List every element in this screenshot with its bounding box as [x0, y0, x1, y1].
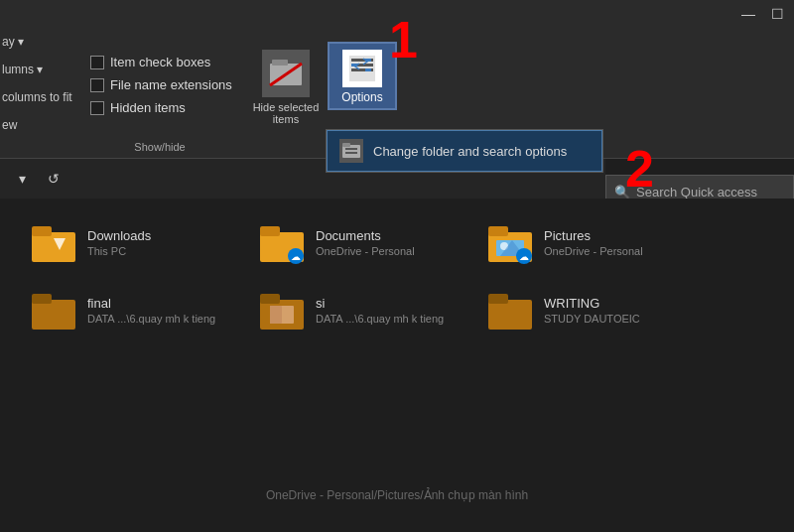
file-sub: DATA ...\6.quay mh k tieng: [87, 313, 215, 325]
file-name: WRITING: [544, 296, 640, 311]
svg-rect-1: [272, 60, 288, 66]
folder-icon-pictures: ☁: [486, 218, 534, 266]
left-label-1: ay ▾: [2, 35, 72, 49]
toolbar-refresh[interactable]: ↺: [42, 167, 66, 191]
file-sub: DATA ...\6.quay mh k tieng: [316, 313, 444, 325]
file-info-final: final DATA ...\6.quay mh k tieng: [87, 296, 215, 325]
options-button-icon: [342, 50, 382, 87]
options-dropdown-menu: Change folder and search options: [326, 129, 603, 173]
svg-rect-18: [260, 226, 280, 236]
file-grid: Downloads This PC ☁ Documents OneDrive -…: [0, 199, 794, 353]
svg-text:☁: ☁: [291, 251, 301, 262]
change-folder-search-options-label: Change folder and search options: [373, 144, 567, 159]
svg-rect-28: [32, 300, 75, 330]
file-name: Pictures: [544, 228, 643, 243]
svg-rect-14: [32, 232, 75, 262]
svg-rect-11: [342, 143, 350, 147]
toolbar-chevron-down[interactable]: ▾: [10, 167, 34, 191]
folder-options-icon: [339, 139, 363, 163]
svg-rect-29: [32, 294, 52, 304]
left-label-4: ew: [2, 118, 72, 132]
checkbox-item-check-boxes[interactable]: Item check boxes: [90, 55, 232, 69]
file-sub: This PC: [87, 245, 151, 257]
change-folder-search-options-item[interactable]: Change folder and search options: [327, 130, 602, 172]
svg-rect-22: [488, 226, 508, 236]
show-hide-label: Show/hide: [90, 141, 229, 153]
svg-rect-15: [32, 226, 52, 236]
list-item[interactable]: WRITING STUDY DAUTOEIC: [486, 286, 695, 333]
folder-icon-documents: ☁: [258, 218, 306, 266]
main-content: Downloads This PC ☁ Documents OneDrive -…: [0, 199, 794, 532]
options-button-label: Options: [341, 90, 382, 104]
left-label-3: columns to fit: [2, 90, 72, 104]
file-name: Downloads: [87, 228, 151, 243]
checkbox-file-name-extensions[interactable]: File name extensions: [90, 77, 232, 92]
checkbox-hidden-items[interactable]: Hidden items: [90, 100, 232, 115]
list-item[interactable]: ☁ Pictures OneDrive - Personal: [486, 218, 695, 266]
left-ribbon-labels: ay ▾ lumns ▾ columns to fit ew: [2, 35, 72, 132]
number-label-1: 1: [389, 10, 418, 69]
folder-icon-final: [30, 286, 77, 333]
bottom-path-text: OneDrive - Personal/Pictures/Ảnh chụp mà…: [266, 488, 528, 502]
file-info-writing: WRITING STUDY DAUTOEIC: [544, 296, 640, 325]
svg-text:☁: ☁: [519, 251, 529, 262]
window-controls: — ☐: [741, 6, 784, 22]
maximize-button[interactable]: ☐: [771, 6, 784, 22]
minimize-button[interactable]: —: [741, 6, 755, 22]
svg-rect-9: [365, 68, 371, 71]
svg-rect-12: [345, 148, 357, 150]
list-item[interactable]: ☁ Documents OneDrive - Personal: [258, 218, 466, 266]
checkbox-label: Hidden items: [110, 100, 186, 115]
checkbox-icon[interactable]: [90, 101, 104, 115]
file-info-pictures: Pictures OneDrive - Personal: [544, 228, 643, 257]
hide-selected-label-line2: items: [273, 113, 299, 125]
number-label-2: 2: [625, 139, 654, 199]
file-info-downloads: Downloads This PC: [87, 228, 151, 257]
hide-selected-label-line1: Hide selected: [253, 101, 320, 113]
hide-selected-icon: [262, 50, 310, 97]
folder-icon-writing: [486, 286, 534, 333]
checkbox-label: File name extensions: [110, 77, 232, 92]
folder-icon-si: [258, 286, 306, 333]
svg-rect-34: [488, 300, 532, 330]
checkbox-icon[interactable]: [90, 56, 104, 69]
list-item[interactable]: final DATA ...\6.quay mh k tieng: [30, 286, 238, 333]
file-sub: STUDY DAUTOEIC: [544, 313, 640, 325]
list-item[interactable]: Downloads This PC: [30, 218, 238, 266]
file-name: final: [87, 296, 215, 311]
file-sub: OneDrive - Personal: [544, 245, 643, 257]
file-name: Documents: [316, 228, 415, 243]
folder-icon-downloads: [30, 218, 77, 266]
file-info-si: si DATA ...\6.quay mh k tieng: [316, 296, 444, 325]
checkbox-icon[interactable]: [90, 78, 104, 92]
search-placeholder: Search Quick access: [636, 185, 757, 200]
checkboxes-area: Item check boxes File name extensions Hi…: [90, 55, 232, 115]
file-name: si: [316, 296, 444, 311]
svg-rect-13: [345, 152, 357, 154]
svg-rect-31: [260, 294, 280, 304]
file-sub: OneDrive - Personal: [316, 245, 415, 257]
list-item[interactable]: si DATA ...\6.quay mh k tieng: [258, 286, 466, 333]
left-label-2: lumns ▾: [2, 63, 72, 76]
file-info-documents: Documents OneDrive - Personal: [316, 228, 415, 257]
svg-rect-33: [270, 306, 282, 324]
options-button[interactable]: Options: [328, 42, 397, 110]
checkbox-label: Item check boxes: [110, 55, 210, 69]
hide-selected-area[interactable]: Hide selected items: [242, 50, 330, 125]
svg-rect-35: [488, 294, 508, 304]
